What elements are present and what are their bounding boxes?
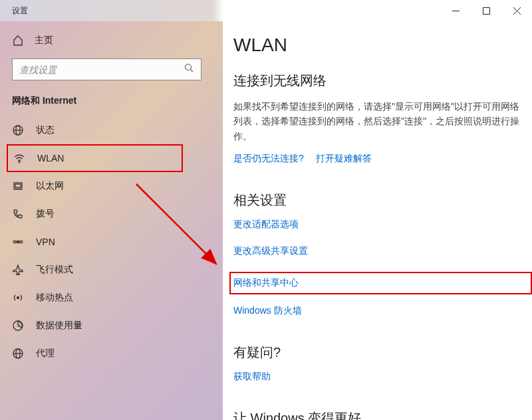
page-title: WLAN	[233, 35, 532, 56]
nav-label: 数据使用量	[36, 320, 82, 332]
sidebar-item-proxy[interactable]: 代理	[0, 340, 223, 368]
troubleshoot-link[interactable]: 打开疑难解答	[316, 153, 372, 165]
nav-label: WLAN	[37, 153, 64, 163]
ethernet-icon	[12, 180, 24, 192]
connect-links: 是否仍无法连接? 打开疑难解答	[233, 153, 532, 165]
svg-point-19	[17, 297, 19, 299]
sidebar-item-ethernet[interactable]: 以太网	[0, 172, 223, 200]
improve-title: 让 Windows 变得更好	[233, 409, 532, 420]
connect-title: 连接到无线网络	[233, 72, 532, 90]
search-input[interactable]	[19, 64, 184, 75]
nav-label: 移动热点	[36, 292, 73, 304]
window-title: 设置	[12, 5, 28, 17]
close-button[interactable]	[501, 0, 532, 21]
nav-label: 代理	[36, 348, 55, 360]
nav-label: 拨号	[36, 208, 55, 220]
airplane-icon	[12, 264, 24, 276]
get-help-link[interactable]: 获取帮助	[233, 371, 532, 383]
sidebar-item-wlan[interactable]: WLAN	[7, 144, 183, 172]
sharing-settings-link[interactable]: 更改高级共享设置	[233, 245, 532, 257]
questions-title: 有疑问?	[233, 344, 532, 362]
firewall-link[interactable]: Windows 防火墙	[233, 305, 532, 317]
sidebar-section-header: 网络和 Internet	[0, 90, 223, 116]
data-icon	[12, 320, 24, 332]
nav-label: 以太网	[36, 180, 64, 192]
search-row	[0, 54, 223, 90]
svg-point-9	[19, 161, 20, 163]
search-icon	[184, 63, 194, 76]
svg-point-15	[13, 241, 16, 243]
sidebar-item-dial[interactable]: 拨号	[0, 200, 223, 228]
maximize-button[interactable]	[471, 0, 501, 21]
home-label: 主页	[35, 35, 53, 47]
vpn-icon	[12, 236, 24, 248]
related-title: 相关设置	[233, 191, 532, 209]
connect-text: 如果找不到希望连接到的网络，请选择"显示可用网络"以打开可用网络列表，选择希望连…	[233, 99, 526, 144]
adapter-options-link[interactable]: 更改适配器选项	[233, 219, 532, 231]
nav-label: VPN	[36, 237, 55, 247]
titlebar: 设置	[0, 0, 532, 21]
proxy-icon	[12, 348, 24, 360]
sidebar-item-status[interactable]: 状态	[0, 116, 223, 144]
sidebar: 主页 网络和 Internet 状态 WLAN 以太网 拨号 VPN 飞行模式	[0, 21, 223, 420]
svg-point-4	[186, 64, 192, 70]
window-controls	[440, 0, 532, 21]
sidebar-item-airplane[interactable]: 飞行模式	[0, 256, 223, 284]
nav-label: 飞行模式	[36, 264, 73, 276]
sidebar-item-data[interactable]: 数据使用量	[0, 312, 223, 340]
wifi-icon	[13, 152, 25, 164]
phone-icon	[12, 208, 24, 220]
sidebar-item-vpn[interactable]: VPN	[0, 228, 223, 256]
hotspot-icon	[12, 292, 24, 304]
sidebar-item-hotspot[interactable]: 移动热点	[0, 284, 223, 312]
content-area: WLAN 连接到无线网络 如果找不到希望连接到的网络，请选择"显示可用网络"以打…	[223, 21, 532, 420]
search-box[interactable]	[12, 58, 201, 80]
globe-icon	[12, 124, 24, 136]
svg-rect-1	[483, 7, 489, 14]
home-nav[interactable]: 主页	[0, 27, 223, 54]
home-icon	[12, 35, 24, 47]
network-sharing-center-link[interactable]: 网络和共享中心	[229, 272, 532, 294]
svg-line-5	[191, 70, 194, 72]
minimize-button[interactable]	[440, 0, 471, 21]
nav-label: 状态	[36, 124, 55, 136]
cannot-connect-link[interactable]: 是否仍无法连接?	[233, 153, 304, 165]
svg-point-16	[20, 241, 23, 243]
svg-rect-11	[15, 184, 21, 187]
